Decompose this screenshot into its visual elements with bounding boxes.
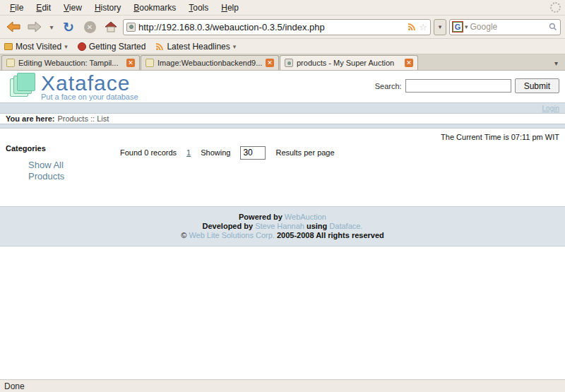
tab-label: products - My Super Auction: [297, 59, 401, 67]
menu-edit[interactable]: Edit: [30, 1, 56, 14]
status-bar: Done: [0, 379, 565, 392]
forward-button[interactable]: [25, 18, 44, 36]
url-history-dropdown[interactable]: ▾: [434, 19, 446, 35]
bookmark-label: Most Visited: [16, 42, 61, 52]
bookmark-latest-headlines[interactable]: Latest Headlines ▾: [155, 42, 236, 52]
developed-by-text: Developed by: [203, 222, 254, 230]
menu-history[interactable]: History: [89, 1, 126, 14]
results-per-page-label: Results per page: [275, 148, 334, 157]
home-icon: [105, 21, 117, 32]
home-button[interactable]: [102, 18, 120, 36]
menu-tools[interactable]: Tools: [183, 1, 214, 14]
url-bar[interactable]: ☆: [123, 19, 431, 35]
xataface-logo: Xataface Put a face on your database: [6, 73, 138, 101]
tab-products-my-super-auction[interactable]: products - My Super Auction ✕: [280, 55, 418, 70]
dataface-link[interactable]: Dataface.: [329, 222, 362, 230]
bookmark-label: Getting Started: [89, 42, 146, 52]
menu-view[interactable]: View: [58, 1, 88, 14]
chevron-down-icon: ▾: [233, 43, 237, 50]
tab-close-icon[interactable]: ✕: [126, 59, 135, 67]
stop-icon: ✕: [84, 21, 96, 33]
web-search-bar[interactable]: G ▾: [449, 19, 561, 35]
tab-label: Image:Webauctionbackend9...: [157, 59, 262, 67]
tab-close-icon[interactable]: ✕: [266, 59, 274, 67]
page-number-link[interactable]: 1: [186, 148, 191, 157]
menu-help[interactable]: Help: [215, 1, 244, 14]
web-search-input[interactable]: [470, 22, 547, 32]
getting-started-icon: [78, 42, 86, 51]
copyright-symbol: ©: [181, 231, 186, 239]
divider-bar: [0, 124, 565, 129]
bookmarks-toolbar: Most Visited ▾ Getting Started Latest He…: [0, 39, 565, 54]
history-dropdown-button[interactable]: ▾: [47, 23, 56, 31]
tab-label: Editing Webauction: Tampil...: [18, 59, 123, 67]
tab-strip: Editing Webauction: Tampil... ✕ Image:We…: [0, 54, 565, 71]
menu-file[interactable]: File: [4, 1, 29, 14]
categories-heading: Categories: [6, 144, 120, 153]
breadcrumb-path[interactable]: Products :: List: [58, 114, 109, 123]
url-input[interactable]: [138, 22, 405, 32]
current-time-text: The Current Time is 07:11 pm WIT: [0, 129, 565, 141]
bookmark-label: Latest Headlines: [167, 42, 230, 52]
sidebar: Categories Show All Products: [0, 144, 120, 182]
status-text: Done: [4, 381, 25, 391]
magnifier-icon[interactable]: [549, 23, 557, 31]
site-favicon: [285, 59, 293, 67]
search-engine-dropdown[interactable]: ▾: [465, 23, 468, 30]
powered-by-text: Powered by: [239, 213, 282, 221]
tab-list-dropdown-icon[interactable]: ▾: [549, 59, 564, 67]
browser-window: File Edit View History Bookmarks Tools H…: [0, 0, 565, 392]
site-header: Xataface Put a face on your database Sea…: [0, 71, 565, 102]
steve-hannah-link[interactable]: Steve Hannah: [255, 222, 304, 230]
chevron-down-icon: ▾: [64, 43, 68, 50]
bookmark-getting-started[interactable]: Getting Started: [78, 42, 146, 52]
results-controls: Found 0 records 1 Showing Results per pa…: [120, 144, 565, 160]
found-records-text: Found 0 records: [120, 148, 177, 157]
login-link[interactable]: Login: [542, 105, 559, 112]
site-tagline: Put a face on your database: [41, 93, 138, 101]
site-footer: Powered by WebAuction Developed by Steve…: [0, 206, 565, 247]
search-submit-button[interactable]: Submit: [515, 78, 559, 93]
webauction-link[interactable]: WebAuction: [285, 213, 326, 221]
login-bar: Login: [0, 102, 565, 114]
search-engine-icon[interactable]: G: [453, 22, 463, 32]
footer-line-developed: Developed by Steve Hannah using Dataface…: [0, 222, 565, 230]
search-label: Search:: [375, 82, 402, 90]
site-search-input[interactable]: [405, 79, 511, 93]
rss-feed-icon[interactable]: [408, 23, 416, 31]
show-all-products-link[interactable]: Show All Products: [28, 160, 88, 182]
page-edit-icon: [145, 59, 154, 67]
tab-image-webauctionbackend[interactable]: Image:Webauctionbackend9... ✕: [141, 55, 279, 70]
results-per-page-input[interactable]: [240, 146, 266, 160]
reload-icon: ↻: [63, 20, 74, 34]
rss-feed-icon: [155, 42, 164, 51]
site-title: Xataface: [41, 73, 138, 94]
breadcrumb-label: You are here:: [6, 114, 55, 123]
web-lite-solutions-link[interactable]: Web Lite Solutions Corp.: [189, 231, 274, 239]
content-columns: Categories Show All Products Found 0 rec…: [0, 141, 565, 182]
back-button[interactable]: [4, 18, 23, 36]
navigation-toolbar: ▾ ↻ ✕ ☆ ▾ G ▾: [0, 16, 565, 39]
showing-label: Showing: [201, 148, 230, 157]
bookmark-star-icon[interactable]: ☆: [419, 23, 427, 32]
bookmark-most-visited[interactable]: Most Visited ▾: [4, 42, 68, 52]
url-favicon: [126, 23, 136, 32]
using-text: using: [307, 222, 327, 230]
folder-icon: [4, 43, 13, 50]
throbber-icon: [550, 2, 561, 13]
breadcrumb: You are here: Products :: List: [0, 114, 565, 124]
back-arrow-icon: [6, 21, 20, 32]
stop-button[interactable]: ✕: [81, 18, 99, 36]
footer-line-copyright: © Web Lite Solutions Corp. 2005-2008 All…: [0, 231, 565, 239]
site-search: Search: Submit: [375, 78, 559, 93]
xataface-logo-icon: [6, 73, 35, 101]
footer-line-powered: Powered by WebAuction: [0, 213, 565, 221]
reload-button[interactable]: ↻: [59, 18, 78, 36]
menu-bookmarks[interactable]: Bookmarks: [128, 1, 182, 14]
menu-bar: File Edit View History Bookmarks Tools H…: [0, 0, 565, 16]
forward-arrow-icon: [28, 21, 42, 32]
rights-reserved-text: 2005-2008 All rights reserved: [277, 231, 384, 239]
tab-editing-webauction[interactable]: Editing Webauction: Tampil... ✕: [1, 55, 140, 70]
tab-close-icon[interactable]: ✕: [405, 59, 413, 67]
page-content: Xataface Put a face on your database Sea…: [0, 71, 565, 379]
